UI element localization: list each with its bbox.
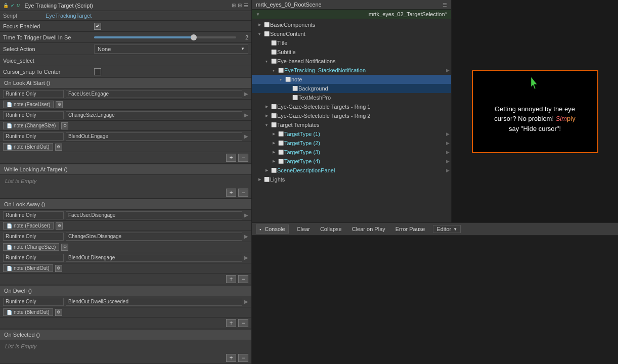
hierarchy-item-scene-desc[interactable]: ▶ ⬜ SceneDescriptionPanel ▶ xyxy=(252,166,451,175)
dwell-settings-1[interactable]: ⚙ xyxy=(55,309,62,316)
hierarchy-item-background[interactable]: ▶ ⬜ Background xyxy=(252,84,451,93)
hierarchy-item-scene-content[interactable]: ▼ ⬜ SceneContent xyxy=(252,29,451,38)
away-tag-2[interactable]: 📄 note (ChangeSize) xyxy=(3,243,59,251)
on-dwell-header[interactable]: On Dwell () xyxy=(0,285,251,296)
focus-enabled-checkbox[interactable]: ✔ xyxy=(94,23,101,30)
error-pause-btn[interactable]: Error Pause xyxy=(393,225,427,233)
hierarchy-item-target3[interactable]: ▶ ⬜ TargetType (3) ▶ xyxy=(252,148,451,157)
hierarchy-item-target2[interactable]: ▶ ⬜ TargetType (2) ▶ xyxy=(252,139,451,148)
settings-btn-3[interactable]: ⚙ xyxy=(55,144,62,151)
away-tag-3[interactable]: 📄 note (BlendOut) xyxy=(3,264,53,272)
away-action-2[interactable]: ChangeSize.Disengage xyxy=(66,233,242,241)
change-size-action[interactable]: ChangeSize.Engage xyxy=(66,111,242,119)
object-tag-1[interactable]: 📄 note (FaceUser) xyxy=(3,101,54,108)
runtime-dropdown-1[interactable]: Runtime Only xyxy=(3,90,64,98)
tri-note[interactable]: ▼ xyxy=(277,76,284,83)
tri-scene-desc[interactable]: ▶ xyxy=(263,167,270,174)
checkbox-icon[interactable]: ✔ xyxy=(11,3,15,8)
runtime-dropdown-2[interactable]: Runtime Only xyxy=(3,111,64,119)
root-scene-header[interactable]: mrtk_eyes_00_RootScene ☰ xyxy=(252,0,451,10)
hierarchy-item-target4[interactable]: ▶ ⬜ TargetType (4) ▶ xyxy=(252,157,451,166)
tri-ring1[interactable]: ▶ xyxy=(263,103,270,110)
blend-out-action[interactable]: BlendOut.Engage xyxy=(66,132,242,141)
add-btn-dwell[interactable]: + xyxy=(226,319,236,327)
time-trigger-slider[interactable]: 2 xyxy=(94,34,248,40)
remove-btn-looking[interactable]: − xyxy=(238,189,248,197)
tri-stacked[interactable]: ▼ xyxy=(270,67,277,74)
face-engage-label: FaceUser.Engage xyxy=(68,91,109,97)
editor-dropdown[interactable]: Editor ▼ xyxy=(433,225,461,233)
away-runtime-3[interactable]: Runtime Only xyxy=(3,254,64,262)
hierarchy-item-ring1[interactable]: ▶ ⬜ Eye-Gaze-Selectable Targets - Ring 1 xyxy=(252,102,451,111)
slider-track[interactable] xyxy=(94,36,236,38)
remove-btn-dwell[interactable]: − xyxy=(238,319,248,327)
cursor-snap-checkbox[interactable] xyxy=(94,68,101,75)
remove-btn-selected[interactable]: − xyxy=(238,354,248,362)
tri-target1[interactable]: ▶ xyxy=(270,130,277,138)
hierarchy-item-eye-based[interactable]: ▼ ⬜ Eye-based Notifications xyxy=(252,57,451,66)
icon-menu[interactable]: ☰ xyxy=(244,3,248,8)
on-look-at-start-header[interactable]: On Look At Start () xyxy=(0,77,251,88)
dwell-action-1[interactable]: BlendOut.DwellSucceeded xyxy=(66,298,242,306)
tri-target-templates[interactable]: ▼ xyxy=(263,121,270,128)
settings-btn-2[interactable]: ⚙ xyxy=(61,122,68,129)
add-btn-away[interactable]: + xyxy=(226,275,236,283)
tri-eye-based[interactable]: ▼ xyxy=(263,58,270,65)
hierarchy-item-target-templates[interactable]: ▼ ⬜ Target Templates xyxy=(252,120,451,129)
dwell-tag-1[interactable]: 📄 note (BlendOut) xyxy=(3,308,53,316)
hierarchy-item-subtitle[interactable]: ▶ ⬜ Subtitle xyxy=(252,48,451,57)
face-engage-action[interactable]: FaceUser.Engage xyxy=(66,90,242,98)
add-btn-look-start[interactable]: + xyxy=(226,154,236,162)
on-selected-header[interactable]: On Selected () xyxy=(0,329,251,340)
hierarchy-menu-icon[interactable]: ☰ xyxy=(443,2,447,8)
tri-lights[interactable]: ▶ xyxy=(256,176,263,183)
away-tag-1[interactable]: 📄 note (FaceUser) xyxy=(3,222,54,230)
hierarchy-item-textmeshpro[interactable]: ▶ ⬜ TextMeshPro xyxy=(252,93,451,102)
select-action-dropdown[interactable]: None ▼ xyxy=(94,44,248,54)
on-look-away-header[interactable]: On Look Away () xyxy=(0,199,251,210)
voice-select-row: Voice_select xyxy=(0,55,251,66)
tri-target3[interactable]: ▶ xyxy=(270,149,277,156)
hierarchy-item-note[interactable]: ▼ ⬜ note xyxy=(252,75,451,84)
while-looking-header[interactable]: While Looking At Target () xyxy=(0,164,251,175)
remove-btn-away[interactable]: − xyxy=(238,275,248,283)
away-runtime-1[interactable]: Runtime Only xyxy=(3,211,64,219)
object-tag-2[interactable]: 📄 note (ChangeSize) xyxy=(3,122,59,129)
collapse-btn[interactable]: Collapse xyxy=(318,225,344,233)
object-tag-3[interactable]: 📄 note (BlendOut) xyxy=(3,143,53,151)
tri-ring2[interactable]: ▶ xyxy=(263,112,270,119)
icon-dock[interactable]: ⊟ xyxy=(238,3,242,8)
hierarchy-item-stacked[interactable]: ▼ ⬜ EyeTracking_StackedNotification ▶ xyxy=(252,66,451,75)
hierarchy-item-basic-components[interactable]: ▶ ⬜ BasicComponents xyxy=(252,20,451,29)
away-settings-2[interactable]: ⚙ xyxy=(61,244,68,251)
runtime-dropdown-3[interactable]: Runtime Only xyxy=(3,132,64,141)
tri-scene-content[interactable]: ▼ xyxy=(256,30,263,37)
hierarchy-item-title[interactable]: ▶ ⬜ Title xyxy=(252,38,451,48)
away-action-1[interactable]: FaceUser.Disengage xyxy=(66,211,242,219)
expand-arrow-active[interactable]: ▼ xyxy=(256,12,260,17)
tri-basic[interactable]: ▶ xyxy=(256,21,263,28)
remove-btn-look-start[interactable]: − xyxy=(238,154,248,162)
settings-btn-1[interactable]: ⚙ xyxy=(56,101,63,108)
away-settings-1[interactable]: ⚙ xyxy=(56,222,63,230)
clear-on-play-btn[interactable]: Clear on Play xyxy=(350,225,387,233)
hierarchy-item-ring2[interactable]: ▶ ⬜ Eye-Gaze-Selectable Targets - Ring 2 xyxy=(252,111,451,120)
dropdown-arrow: ▼ xyxy=(241,47,245,51)
tri-target4[interactable]: ▶ xyxy=(270,158,277,165)
dwell-runtime-1[interactable]: Runtime Only xyxy=(3,298,64,306)
away-action-3[interactable]: BlendOut.Disengage xyxy=(66,254,242,262)
clear-btn[interactable]: Clear xyxy=(295,225,312,233)
icon-tab[interactable]: ⊞ xyxy=(232,3,236,8)
hierarchy-item-lights[interactable]: ▶ ⬜ Lights xyxy=(252,175,451,184)
away-runtime-2[interactable]: Runtime Only xyxy=(3,233,64,241)
console-tab[interactable]: ▪ Console xyxy=(256,224,289,234)
label-target3: TargetType (3) xyxy=(284,149,444,155)
away-settings-3[interactable]: ⚙ xyxy=(55,265,62,272)
add-btn-looking[interactable]: + xyxy=(226,189,236,197)
active-scene-header[interactable]: ▼ mrtk_eyes_02_TargetSelection* xyxy=(252,10,451,19)
add-btn-selected[interactable]: + xyxy=(226,354,236,362)
tri-target2[interactable]: ▶ xyxy=(270,140,277,147)
preview-cursor xyxy=(531,77,539,91)
hierarchy-item-target1[interactable]: ▶ ⬜ TargetType (1) ▶ xyxy=(252,129,451,139)
slider-thumb[interactable] xyxy=(191,34,197,40)
